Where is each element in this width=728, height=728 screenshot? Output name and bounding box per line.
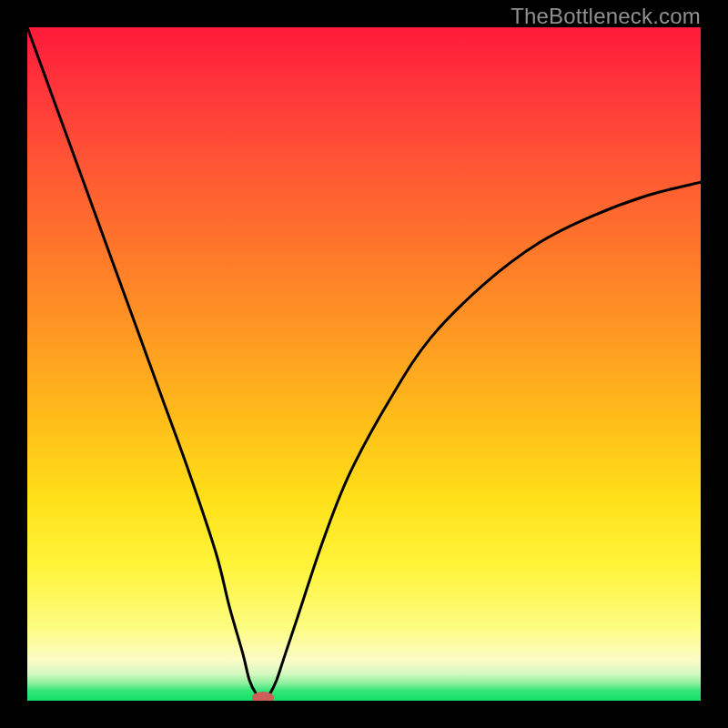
chart-frame: TheBottleneck.com [0,0,728,728]
curve-svg [27,27,701,701]
plot-area [27,27,701,701]
watermark-text: TheBottleneck.com [511,4,701,29]
bottleneck-curve [27,27,701,701]
